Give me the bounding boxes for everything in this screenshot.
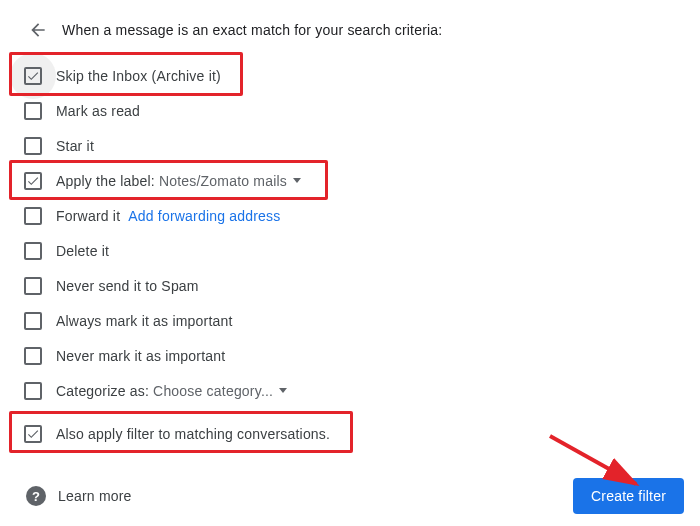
categorize-selected: Choose category... [153,383,273,399]
apply-label-checkbox[interactable] [24,172,42,190]
mark-read-label: Mark as read [56,103,140,119]
create-filter-button[interactable]: Create filter [573,478,684,514]
forward-checkbox[interactable] [24,207,42,225]
add-forwarding-link[interactable]: Add forwarding address [128,208,280,224]
also-apply-label: Also apply filter to matching conversati… [56,426,330,442]
never-spam-checkbox[interactable] [24,277,42,295]
apply-label-selected: Notes/Zomato mails [159,173,287,189]
help-icon: ? [26,486,46,506]
categorize-label: Categorize as: [56,383,149,399]
skip-inbox-label: Skip the Inbox (Archive it) [56,68,221,84]
option-also-apply[interactable]: Also apply filter to matching conversati… [24,416,700,451]
apply-label-dropdown[interactable]: Notes/Zomato mails [159,173,301,189]
option-mark-read[interactable]: Mark as read [24,93,700,128]
filter-actions-list: Skip the Inbox (Archive it) Mark as read… [0,58,700,451]
delete-label: Delete it [56,243,109,259]
option-skip-inbox[interactable]: Skip the Inbox (Archive it) [24,58,700,93]
never-spam-label: Never send it to Spam [56,278,199,294]
mark-read-checkbox[interactable] [24,102,42,120]
back-arrow-icon[interactable] [28,20,48,40]
learn-more-text: Learn more [58,488,132,504]
never-important-checkbox[interactable] [24,347,42,365]
forward-label: Forward it [56,208,120,224]
always-important-label: Always mark it as important [56,313,233,329]
skip-inbox-checkbox[interactable] [24,67,42,85]
dialog-header: When a message is an exact match for you… [0,0,700,58]
option-always-important[interactable]: Always mark it as important [24,303,700,338]
star-label: Star it [56,138,94,154]
learn-more-link[interactable]: ? Learn more [26,486,132,506]
star-checkbox[interactable] [24,137,42,155]
chevron-down-icon [293,178,301,183]
delete-checkbox[interactable] [24,242,42,260]
apply-label-text: Apply the label: [56,173,155,189]
chevron-down-icon [279,388,287,393]
option-apply-label[interactable]: Apply the label: Notes/Zomato mails [24,163,700,198]
option-star[interactable]: Star it [24,128,700,163]
option-categorize[interactable]: Categorize as: Choose category... [24,373,700,408]
option-delete[interactable]: Delete it [24,233,700,268]
dialog-footer: ? Learn more Create filter [0,478,700,514]
option-never-spam[interactable]: Never send it to Spam [24,268,700,303]
option-never-important[interactable]: Never mark it as important [24,338,700,373]
categorize-checkbox[interactable] [24,382,42,400]
categorize-dropdown[interactable]: Choose category... [153,383,287,399]
option-forward[interactable]: Forward it Add forwarding address [24,198,700,233]
always-important-checkbox[interactable] [24,312,42,330]
never-important-label: Never mark it as important [56,348,225,364]
dialog-title: When a message is an exact match for you… [62,22,442,38]
also-apply-checkbox[interactable] [24,425,42,443]
